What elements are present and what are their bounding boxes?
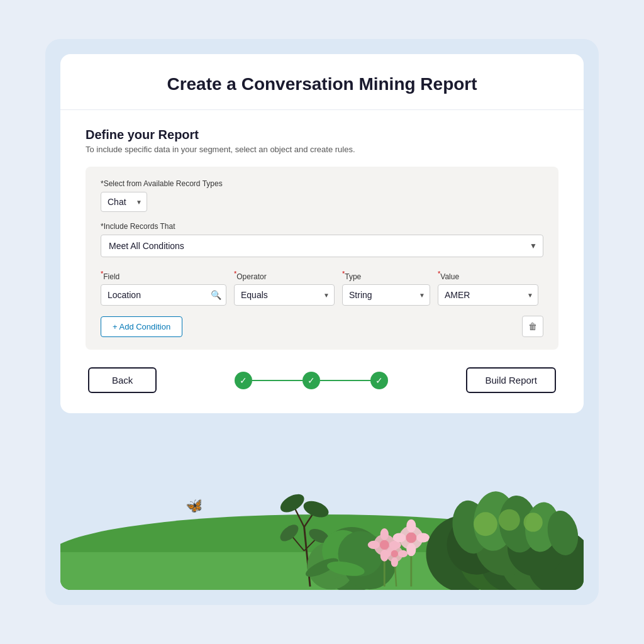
conditions-row: *Field 🔍 *Operator Equals Not Equals — [101, 270, 543, 306]
record-type-select[interactable]: Chat — [101, 192, 147, 212]
svg-point-31 — [382, 550, 391, 557]
svg-point-48 — [474, 512, 497, 536]
operator-select[interactable]: Equals Not Equals Contains — [234, 284, 335, 306]
type-column: *Type String Number Boolean ▼ — [342, 270, 430, 306]
progress-line-1 — [252, 380, 303, 381]
type-select-wrapper: String Number Boolean ▼ — [342, 284, 430, 306]
field-column: *Field 🔍 — [101, 270, 226, 306]
include-records-select-wrapper: Meet All Conditions Meet Any Condition ▼ — [101, 235, 543, 257]
svg-point-23 — [406, 533, 416, 543]
value-column: *Value AMER EMEA APAC ▼ — [438, 270, 538, 306]
type-col-label: *Type — [342, 270, 430, 281]
include-records-select[interactable]: Meet All Conditions Meet Any Condition — [101, 235, 543, 257]
operator-col-label: *Operator — [234, 270, 335, 281]
filter-box: *Select from Available Record Types Chat… — [86, 167, 558, 350]
svg-point-30 — [391, 550, 398, 557]
svg-point-7 — [277, 521, 301, 544]
field-input-wrapper: 🔍 — [101, 284, 226, 306]
footer-row: Back ✓ ✓ ✓ Build Report — [86, 367, 558, 393]
operator-select-wrapper: Equals Not Equals Contains ▼ — [234, 284, 335, 306]
svg-point-17 — [368, 541, 380, 549]
operator-column: *Operator Equals Not Equals Contains ▼ — [234, 270, 335, 306]
record-type-select-wrapper: Chat ▼ — [101, 192, 147, 212]
include-records-row: *Include Records That Meet All Condition… — [101, 222, 543, 257]
value-col-label: *Value — [438, 270, 538, 281]
svg-point-50 — [524, 513, 543, 531]
section-subtitle: To include specific data in your segment… — [86, 145, 558, 154]
svg-point-6 — [301, 498, 331, 521]
record-type-label: *Select from Available Record Types — [101, 179, 543, 188]
svg-point-19 — [380, 528, 389, 540]
svg-point-5 — [277, 491, 307, 516]
svg-point-33 — [391, 541, 398, 550]
card-header: Create a Conversation Mining Report — [60, 54, 584, 110]
progress-step-3: ✓ — [370, 372, 388, 389]
outer-container: Create a Conversation Mining Report Defi… — [45, 39, 599, 605]
build-report-button[interactable]: Build Report — [466, 367, 556, 393]
svg-point-25 — [416, 533, 430, 542]
page-title: Create a Conversation Mining Report — [86, 74, 558, 94]
progress-step-2: ✓ — [303, 372, 320, 389]
section-title: Define your Report — [86, 128, 558, 142]
back-button[interactable]: Back — [88, 367, 157, 393]
add-delete-row: + Add Condition 🗑 — [101, 316, 543, 337]
delete-condition-button[interactable]: 🗑 — [522, 316, 543, 337]
main-card: Create a Conversation Mining Report Defi… — [60, 54, 584, 413]
progress-line-2 — [320, 380, 370, 381]
svg-point-32 — [398, 550, 408, 557]
progress-step-1: ✓ — [235, 372, 252, 389]
svg-point-16 — [380, 540, 389, 550]
svg-point-27 — [406, 543, 416, 557]
field-input[interactable] — [101, 284, 226, 306]
value-select[interactable]: AMER EMEA APAC — [438, 284, 538, 306]
svg-point-34 — [391, 557, 398, 567]
green-bush-right — [426, 490, 584, 590]
field-col-label: *Field — [101, 270, 226, 281]
record-type-row: Chat ▼ — [101, 192, 543, 212]
nature-illustration: 🦋 — [60, 421, 584, 590]
type-select[interactable]: String Number Boolean — [342, 284, 430, 306]
include-records-label: *Include Records That — [101, 222, 543, 231]
svg-point-49 — [499, 509, 520, 531]
card-body: Define your Report To include specific d… — [60, 110, 584, 413]
plants-svg — [60, 464, 584, 590]
add-condition-button[interactable]: + Add Condition — [101, 316, 182, 337]
progress-indicator: ✓ ✓ ✓ — [235, 372, 388, 389]
svg-point-26 — [406, 519, 416, 533]
trash-icon: 🗑 — [528, 321, 537, 331]
value-select-wrapper: AMER EMEA APAC ▼ — [438, 284, 538, 306]
